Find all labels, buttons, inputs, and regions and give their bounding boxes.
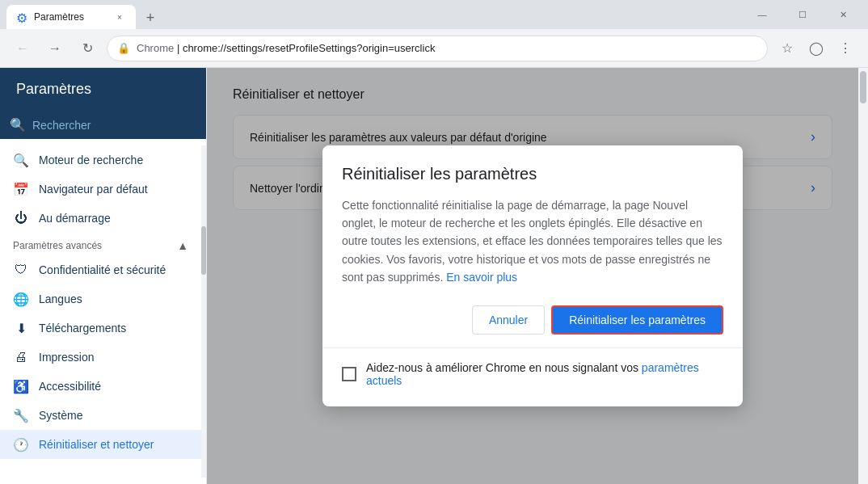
url-site: Chrome bbox=[137, 42, 174, 54]
url-path: chrome://settings/resetProfileSettings?o… bbox=[183, 42, 436, 54]
learn-more-link[interactable]: En savoir plus bbox=[446, 271, 517, 284]
search-nav-icon: 🔍 bbox=[13, 152, 29, 168]
sidebar-item-label: Impression bbox=[39, 351, 94, 364]
sidebar-nav: 🔍 Moteur de recherche 📅 Navigateur par d… bbox=[0, 139, 206, 484]
sidebar-item-label: Moteur de recherche bbox=[39, 154, 143, 166]
accessibility-icon: ♿ bbox=[13, 378, 29, 394]
sidebar-item-telechargements[interactable]: ⬇ Téléchargements bbox=[0, 314, 201, 343]
close-button[interactable]: ✕ bbox=[824, 2, 862, 27]
tab-bar: ⚙ Paramètres × + bbox=[6, 0, 744, 29]
address-bar: ← → ↻ 🔒 Chrome | chrome://settings/reset… bbox=[0, 29, 868, 68]
bookmark-icon[interactable]: ☆ bbox=[774, 36, 800, 61]
sidebar-item-label: Au démarrage bbox=[39, 212, 111, 225]
sidebar-item-label: Système bbox=[39, 409, 82, 422]
search-icon: 🔍 bbox=[10, 117, 26, 133]
reset-icon: 🕐 bbox=[13, 436, 29, 452]
modal-overlay: Réinitialiser les paramètres Cette fonct… bbox=[207, 68, 858, 484]
sidebar-title: Paramètres bbox=[16, 81, 190, 98]
sidebar-item-impression[interactable]: 🖨 Impression bbox=[0, 343, 201, 372]
wrench-icon: 🔧 bbox=[13, 407, 29, 423]
right-scrollbar-thumb bbox=[860, 71, 866, 103]
address-bar-actions: ☆ ◯ ⋮ bbox=[774, 36, 858, 61]
dialog-actions: Annuler Réinitialiser les paramètres bbox=[342, 305, 723, 335]
url-separator: | bbox=[177, 42, 183, 54]
menu-icon[interactable]: ⋮ bbox=[832, 36, 858, 61]
tab-close-button[interactable]: × bbox=[113, 11, 126, 23]
page-content: Réinitialiser et nettoyer Réinitialiser … bbox=[207, 68, 858, 484]
download-icon: ⬇ bbox=[13, 320, 29, 336]
sidebar: Paramètres 🔍 🔍 Moteur de recherche 📅 bbox=[0, 68, 207, 484]
globe-icon: 🌐 bbox=[13, 291, 29, 307]
calendar-icon: 📅 bbox=[13, 181, 29, 197]
improvement-checkbox[interactable] bbox=[342, 367, 356, 381]
right-scrollbar[interactable] bbox=[858, 68, 868, 484]
cancel-button[interactable]: Annuler bbox=[472, 305, 545, 335]
profile-icon[interactable]: ◯ bbox=[803, 36, 829, 61]
sidebar-item-systeme[interactable]: 🔧 Système bbox=[0, 401, 201, 430]
sidebar-item-label: Langues bbox=[39, 293, 82, 305]
window-controls: — ☐ ✕ bbox=[744, 2, 862, 27]
sidebar-item-label: Navigateur par défaut bbox=[39, 183, 148, 196]
sidebar-item-langues[interactable]: 🌐 Langues bbox=[0, 284, 201, 314]
dialog-title: Réinitialiser les paramètres bbox=[342, 165, 723, 183]
forward-button[interactable]: → bbox=[42, 36, 68, 61]
new-tab-button[interactable]: + bbox=[139, 6, 162, 29]
maximize-button[interactable]: ☐ bbox=[784, 2, 821, 27]
sidebar-item-label: Confidentialité et sécurité bbox=[39, 263, 166, 276]
section-label: Paramètres avancés bbox=[13, 240, 102, 251]
title-bar: ⚙ Paramètres × + — ☐ ✕ bbox=[0, 0, 868, 29]
dialog-divider bbox=[322, 347, 743, 348]
sidebar-item-accessibilite[interactable]: ♿ Accessibilité bbox=[0, 372, 201, 401]
lock-icon: 🔒 bbox=[117, 42, 130, 55]
print-icon: 🖨 bbox=[13, 349, 29, 365]
url-text: Chrome | chrome://settings/resetProfileS… bbox=[137, 42, 757, 54]
sidebar-item-label: Accessibilité bbox=[39, 380, 101, 393]
sidebar-search: 🔍 bbox=[0, 111, 206, 139]
reset-dialog: Réinitialiser les paramètres Cette fonct… bbox=[322, 145, 743, 407]
reload-button[interactable]: ↻ bbox=[74, 36, 100, 61]
tab-settings-icon: ⚙ bbox=[16, 11, 29, 23]
url-bar[interactable]: 🔒 Chrome | chrome://settings/resetProfil… bbox=[107, 36, 768, 61]
dialog-body-text: Cette fonctionnalité réinitialise la pag… bbox=[342, 199, 723, 284]
section-toggle[interactable]: ▲ bbox=[177, 239, 188, 252]
sidebar-item-navigateur[interactable]: 📅 Navigateur par défaut bbox=[0, 175, 201, 204]
search-input[interactable] bbox=[32, 119, 196, 132]
dialog-checkbox-row: Aidez-nous à améliorer Chrome en nous si… bbox=[342, 361, 723, 387]
minimize-button[interactable]: — bbox=[744, 2, 781, 27]
active-tab[interactable]: ⚙ Paramètres × bbox=[6, 5, 136, 29]
main-area: Paramètres 🔍 🔍 Moteur de recherche 📅 bbox=[0, 68, 868, 484]
sidebar-item-confidentialite[interactable]: 🛡 Confidentialité et sécurité bbox=[0, 255, 201, 284]
sidebar-item-reinitialiser[interactable]: 🕐 Réinitialiser et nettoyer bbox=[0, 430, 201, 459]
checkbox-label: Aidez-nous à améliorer Chrome en nous si… bbox=[366, 361, 723, 387]
tab-title: Paramètres bbox=[34, 11, 108, 23]
shield-icon: 🛡 bbox=[13, 262, 29, 278]
reset-button[interactable]: Réinitialiser les paramètres bbox=[551, 305, 723, 335]
checkbox-label-text: Aidez-nous à améliorer Chrome en nous si… bbox=[366, 361, 642, 374]
sidebar-item-moteur[interactable]: 🔍 Moteur de recherche bbox=[0, 145, 201, 175]
sidebar-section-advanced: Paramètres avancés ▲ bbox=[0, 233, 201, 255]
sidebar-item-label: Téléchargements bbox=[39, 322, 126, 335]
sidebar-scrollbar[interactable] bbox=[201, 145, 206, 478]
sidebar-scrollbar-thumb bbox=[201, 226, 206, 275]
back-button[interactable]: ← bbox=[10, 36, 36, 61]
power-icon: ⏻ bbox=[13, 210, 29, 226]
sidebar-item-demarrage[interactable]: ⏻ Au démarrage bbox=[0, 204, 201, 233]
sidebar-item-label: Réinitialiser et nettoyer bbox=[39, 438, 154, 451]
dialog-body: Cette fonctionnalité réinitialise la pag… bbox=[342, 196, 723, 287]
sidebar-header: Paramètres bbox=[0, 68, 206, 111]
